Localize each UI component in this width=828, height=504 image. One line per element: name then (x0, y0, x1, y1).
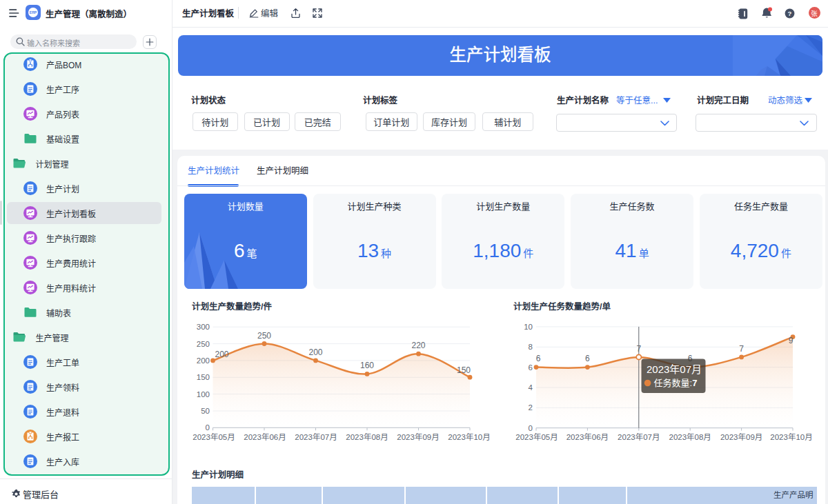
svg-text:任务数量:7: 任务数量:7 (654, 378, 698, 388)
svg-text:7: 7 (636, 344, 641, 354)
svg-text:250: 250 (257, 331, 271, 341)
svg-text:2023年09月: 2023年09月 (397, 432, 439, 441)
svg-text:0: 0 (529, 424, 533, 432)
svg-text:7: 7 (739, 344, 744, 354)
svg-text:2023年09月: 2023年09月 (720, 432, 762, 441)
svg-text:?: ? (788, 10, 792, 17)
svg-text:2023年10月: 2023年10月 (448, 432, 490, 441)
svg-text:2023年08月: 2023年08月 (346, 432, 388, 441)
svg-text:200: 200 (197, 356, 210, 365)
svg-text:10: 10 (524, 323, 533, 331)
svg-text:4: 4 (529, 383, 533, 392)
svg-text:6: 6 (536, 354, 541, 363)
svg-text:6: 6 (585, 354, 590, 363)
svg-text:150: 150 (197, 373, 210, 381)
svg-text:200: 200 (215, 350, 229, 359)
svg-text:2023年07月: 2023年07月 (295, 432, 337, 441)
svg-text:150: 150 (457, 365, 471, 375)
svg-text:300: 300 (197, 323, 210, 331)
svg-text:2: 2 (529, 403, 533, 412)
svg-text:2023年06月: 2023年06月 (566, 432, 609, 441)
svg-text:160: 160 (360, 361, 374, 370)
svg-text:0: 0 (206, 423, 210, 432)
svg-text:220: 220 (411, 341, 425, 350)
svg-text:2023年05月: 2023年05月 (193, 432, 235, 441)
svg-text:250: 250 (197, 340, 210, 348)
svg-text:2023年05月: 2023年05月 (515, 432, 558, 441)
svg-text:9: 9 (789, 336, 793, 345)
svg-text:2023年07月: 2023年07月 (647, 363, 702, 375)
svg-text:2023年06月: 2023年06月 (244, 432, 286, 441)
svg-text:200: 200 (308, 347, 322, 357)
svg-text:6: 6 (529, 363, 533, 372)
svg-text:2023年07月: 2023年07月 (618, 432, 660, 441)
svg-text:2023年08月: 2023年08月 (669, 432, 711, 441)
svg-text:8: 8 (529, 343, 533, 351)
svg-text:100: 100 (197, 390, 210, 399)
svg-text:50: 50 (201, 407, 210, 415)
svg-text:2023年10月: 2023年10月 (770, 432, 812, 441)
